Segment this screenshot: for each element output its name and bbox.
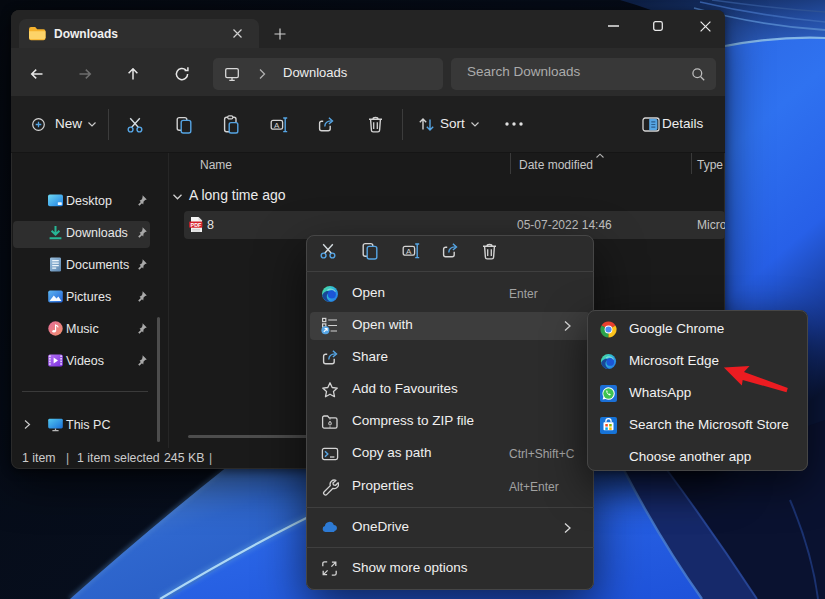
svg-text:A: A [406, 247, 412, 256]
svg-text:A: A [274, 121, 280, 130]
svg-text:PDF: PDF [191, 222, 202, 228]
